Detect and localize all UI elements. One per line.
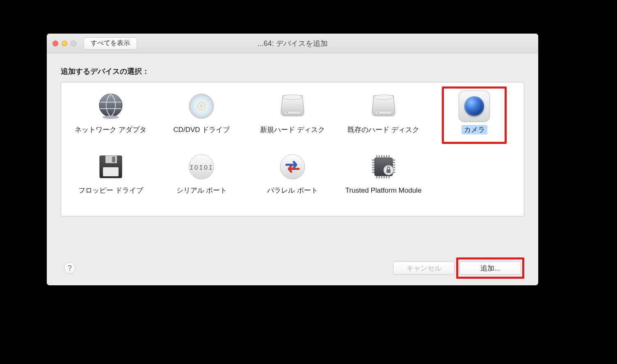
svg-rect-14 <box>103 167 119 176</box>
svg-point-0 <box>99 94 122 117</box>
svg-rect-33 <box>372 167 375 168</box>
cancel-button[interactable]: キャンセル <box>393 262 455 275</box>
device-item-tpm[interactable]: Trusted Platform Module <box>338 150 429 207</box>
hdd-icon <box>367 90 400 123</box>
floppy-icon <box>94 150 127 183</box>
svg-rect-21 <box>372 159 375 161</box>
show-all-button[interactable]: すべてを表示 <box>84 37 137 50</box>
add-button[interactable]: 追加... <box>459 262 521 275</box>
device-item-camera[interactable]: カメラ <box>429 89 520 146</box>
svg-rect-39 <box>388 155 390 158</box>
svg-rect-22 <box>393 159 395 161</box>
minimize-window-button[interactable] <box>62 41 67 46</box>
svg-rect-44 <box>386 169 391 173</box>
help-button[interactable]: ? <box>64 262 75 274</box>
device-label: 既存のハード ディスク <box>345 125 422 134</box>
content-area: 追加するデバイスの選択： ネットワーク アダプタ CD/DVD ドライブ 新規ハ… <box>47 53 538 285</box>
svg-rect-37 <box>372 169 375 171</box>
footer: ? キャンセル 追加... <box>61 253 524 278</box>
tpm-icon <box>367 150 400 183</box>
network-icon <box>94 90 127 123</box>
parallel-icon <box>276 150 309 183</box>
device-item-cd-dvd-drive[interactable]: CD/DVD ドライブ <box>156 89 247 146</box>
device-label: Trusted Platform Module <box>343 186 424 195</box>
device-item-serial-port[interactable]: IOIOI シリアル ポート <box>156 150 247 207</box>
svg-rect-31 <box>384 155 385 158</box>
svg-point-4 <box>200 105 203 108</box>
device-label: パラレル ポート <box>265 186 320 195</box>
svg-point-10 <box>377 112 379 113</box>
section-label: 追加するデバイスの選択： <box>61 66 524 76</box>
camera-icon <box>458 90 491 123</box>
svg-point-1 <box>103 116 119 119</box>
svg-rect-13 <box>112 157 115 162</box>
disc-icon <box>185 90 218 123</box>
device-label: フロッピー ドライブ <box>76 186 146 195</box>
device-item-new-hdd[interactable]: 新規ハード ディスク <box>247 89 338 146</box>
device-list-box: ネットワーク アダプタ CD/DVD ドライブ 新規ハード ディスク 既存のハー… <box>61 82 524 216</box>
svg-rect-27 <box>381 155 382 158</box>
serial-icon: IOIOI <box>185 150 218 183</box>
svg-point-5 <box>283 95 302 100</box>
zoom-window-button <box>71 41 76 46</box>
svg-point-17 <box>280 155 305 179</box>
svg-text:IOIOI: IOIOI <box>190 164 213 172</box>
device-label: ネットワーク アダプタ <box>72 125 149 134</box>
device-label: CD/DVD ドライブ <box>171 125 232 134</box>
device-item-floppy-drive[interactable]: フロッピー ドライブ <box>65 150 156 207</box>
titlebar: すべてを表示 ...64: デバイスを追加 <box>47 34 538 53</box>
hdd-icon <box>276 90 309 123</box>
device-label: 新規ハード ディスク <box>258 125 327 134</box>
device-item-existing-hdd[interactable]: 既存のハード ディスク <box>338 89 429 146</box>
device-label: カメラ <box>462 125 487 134</box>
svg-rect-20 <box>376 176 377 178</box>
svg-rect-41 <box>372 172 375 173</box>
svg-rect-25 <box>372 162 375 163</box>
svg-rect-40 <box>388 176 390 178</box>
device-label: シリアル ポート <box>174 186 230 195</box>
device-grid: ネットワーク アダプタ CD/DVD ドライブ 新規ハード ディスク 既存のハー… <box>65 89 520 207</box>
device-item-network-adapter[interactable]: ネットワーク アダプタ <box>65 89 156 146</box>
svg-point-7 <box>286 112 288 113</box>
svg-rect-29 <box>372 164 375 166</box>
svg-rect-24 <box>379 176 380 178</box>
close-window-button[interactable] <box>53 41 58 46</box>
svg-rect-32 <box>384 176 385 178</box>
preferences-window: すべてを表示 ...64: デバイスを追加 追加するデバイスの選択： ネットワー… <box>47 34 538 285</box>
traffic-lights <box>53 41 76 46</box>
svg-rect-30 <box>393 164 395 166</box>
device-item-parallel-port[interactable]: パラレル ポート <box>247 150 338 207</box>
svg-rect-35 <box>386 155 387 158</box>
svg-rect-28 <box>381 176 382 178</box>
svg-rect-36 <box>386 176 387 178</box>
svg-rect-23 <box>379 155 380 158</box>
svg-rect-19 <box>376 155 377 158</box>
svg-rect-26 <box>393 162 395 163</box>
svg-point-8 <box>374 95 393 100</box>
